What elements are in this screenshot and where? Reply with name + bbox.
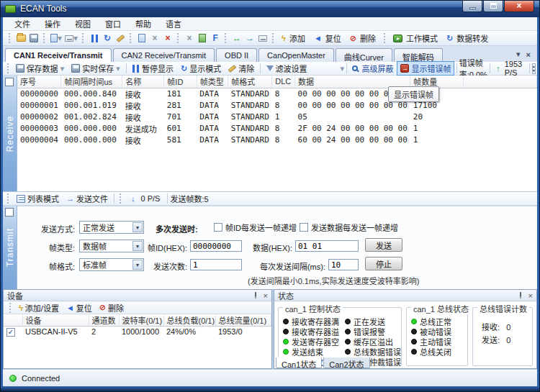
panel-collapse-box[interactable]	[5, 78, 14, 86]
start-options-dropdown[interactable]: ▾	[50, 33, 62, 43]
device-reset-button[interactable]: ◄ 复位	[63, 301, 96, 315]
pin-icon[interactable]	[252, 292, 259, 299]
tab[interactable]: CAN2 Receive/Transmit	[113, 48, 215, 62]
inc-data-checkbox-row[interactable]: 发送数据每发送一帧递增	[300, 222, 398, 233]
column-header[interactable]: 名称	[122, 76, 164, 88]
transmit-side-strip[interactable]: Transmit	[3, 206, 17, 289]
pause-display-icon[interactable]	[89, 33, 99, 43]
close-button[interactable]: ×	[504, 0, 534, 12]
interval-input[interactable]	[328, 259, 359, 270]
table-row[interactable]: 00000004 000.000.000 接收 581 DATA STANDAR…	[17, 135, 537, 146]
delete-frame-icon[interactable]: ×	[150, 33, 160, 43]
send-mode-select[interactable]: 正常发送 ▾	[79, 221, 144, 234]
pin-icon[interactable]	[517, 292, 524, 299]
tab[interactable]: OBD II	[216, 48, 257, 62]
remove-device-button[interactable]: ⊘ 删除	[346, 31, 381, 45]
inc-id-checkbox-row[interactable]: 帧ID每发送一帧递增	[214, 222, 297, 233]
column-header[interactable]: 设备	[22, 314, 89, 327]
menu-item[interactable]: 语言	[158, 17, 189, 31]
toolbar-grip[interactable]	[9, 33, 12, 43]
table-row[interactable]: 00000001 000.001.019 接收 281 DATA STANDAR…	[17, 100, 537, 111]
tab[interactable]: 智能解码	[394, 48, 443, 62]
device-add-button[interactable]: ϟ 添加/设置	[15, 301, 63, 315]
show-error-frames-button[interactable]: → 显示错误帧	[397, 61, 454, 76]
inc-data-checkbox[interactable]	[300, 223, 308, 232]
save-file-icon[interactable]	[29, 33, 39, 43]
table-row[interactable]: 00000003 000.000.000 发送成功 601 DATA STAND…	[17, 123, 537, 135]
device-remove-button[interactable]: ⊘ 删除	[96, 301, 127, 315]
data-forward-button[interactable]: ↻ 数据转发	[443, 31, 493, 45]
table-row[interactable]: 00000000 000.000.840 接收 181 DATA STANDAR…	[17, 88, 537, 100]
tab-close-icon[interactable]: ×	[526, 50, 531, 59]
panel-close-icon[interactable]: ×	[528, 291, 533, 300]
data-input[interactable]	[295, 240, 359, 252]
status-tab[interactable]: Can2状态	[323, 357, 369, 368]
tab[interactable]: 曲线Curver	[336, 48, 392, 62]
column-header[interactable]: DLC	[272, 76, 295, 88]
toolbar-grip[interactable]	[384, 33, 387, 43]
device-checkbox[interactable]: ✓	[6, 328, 15, 337]
send-count-input[interactable]	[190, 259, 242, 270]
toolbar-grip[interactable]	[177, 33, 180, 43]
column-header[interactable]: 帧ID	[164, 76, 197, 88]
frame-id-input[interactable]	[190, 240, 242, 252]
toolbar-grip[interactable]	[272, 33, 275, 43]
cut-icon[interactable]: ×	[184, 33, 194, 43]
column-header[interactable]: 总线负载(0/1)	[163, 314, 215, 327]
toolbar-grip[interactable]	[9, 303, 12, 313]
new-frame-icon[interactable]	[137, 33, 147, 43]
display-mode-button[interactable]: ↻ 显示模式	[177, 61, 225, 76]
frame-format-select[interactable]: 标准帧 ▾	[79, 258, 144, 271]
toolbar-grip[interactable]	[7, 63, 9, 73]
menu-item[interactable]: 操作	[37, 17, 68, 31]
column-header[interactable]: 帧类型	[197, 76, 228, 88]
column-header[interactable]: 帧格式	[228, 76, 272, 88]
advanced-mask-button[interactable]: 高级屏蔽	[348, 61, 397, 76]
toolbar-grip[interactable]	[82, 33, 85, 43]
delete-all-icon[interactable]: ×	[163, 33, 173, 43]
menu-item[interactable]: 文件	[7, 17, 37, 31]
device-row[interactable]: ✓ USBCAN-II-V5 2 1000/1000 24%/0% 1953/0	[4, 327, 271, 337]
column-header[interactable]: 波特率(0/1)	[119, 314, 163, 327]
table-row[interactable]: 00000002 001.002.824 接收 701 DATA STANDAR…	[17, 111, 537, 123]
tab[interactable]: CanOpenMaster	[258, 48, 334, 62]
toolbar-grip[interactable]	[225, 33, 228, 43]
send-button[interactable]: 发送	[365, 238, 402, 252]
inc-id-checkbox[interactable]	[214, 223, 222, 232]
panel-collapse-box[interactable]	[5, 208, 14, 216]
status-tab[interactable]: Can1状态	[276, 357, 322, 368]
reset-device-button[interactable]: ◄ 复位	[310, 31, 346, 45]
minimize-button[interactable]	[462, 0, 482, 12]
maximize-button[interactable]	[483, 0, 503, 12]
menu-item[interactable]: 视图	[68, 17, 98, 31]
filter-settings-button[interactable]: 滤波设置	[263, 61, 311, 76]
frame-type-select[interactable]: 数据帧 ▾	[79, 240, 144, 252]
column-header[interactable]: 帧间隔时间us	[61, 76, 122, 88]
save-data-button[interactable]: 保存数据 ▾	[12, 61, 68, 76]
list-mode-button[interactable]: 列表模式	[13, 191, 63, 206]
toolbar-grip[interactable]	[43, 33, 46, 43]
transfer-icon[interactable]: →	[245, 33, 255, 43]
tab[interactable]: CAN1 Receive/Transmit	[5, 48, 112, 62]
clear-button[interactable]: 清除	[225, 61, 258, 76]
column-header[interactable]: 通道数	[89, 314, 119, 327]
toolbar-grip[interactable]	[120, 193, 122, 204]
column-header[interactable]: 总线流量(0/1)	[215, 314, 271, 327]
work-mode-button[interactable]: ▸ 工作模式	[390, 31, 443, 45]
minimize-panel-icon[interactable]	[258, 33, 268, 43]
toolbar-overflow-spinner[interactable]: ▴ ▾	[532, 63, 536, 74]
open-file-icon[interactable]	[16, 33, 26, 43]
menu-item[interactable]: 帮助	[128, 17, 158, 31]
swap-icon[interactable]: ↔	[232, 33, 242, 43]
toolbar-grip[interactable]	[7, 193, 10, 204]
panel-close-icon[interactable]: ×	[264, 291, 268, 300]
format-icon[interactable]: F	[210, 33, 220, 43]
stop-button[interactable]: 停止	[365, 257, 402, 270]
menu-item[interactable]: 窗口	[98, 17, 128, 31]
toolbar-grip[interactable]	[130, 33, 132, 43]
receive-side-strip[interactable]: Receive	[3, 76, 17, 191]
tab-list-dropdown-icon[interactable]: ▾	[516, 50, 521, 59]
filter-dropdown-icon[interactable]: ▾	[341, 64, 345, 73]
send-file-button[interactable]: → 发送文件	[63, 191, 112, 206]
clear-icon[interactable]	[115, 33, 125, 43]
